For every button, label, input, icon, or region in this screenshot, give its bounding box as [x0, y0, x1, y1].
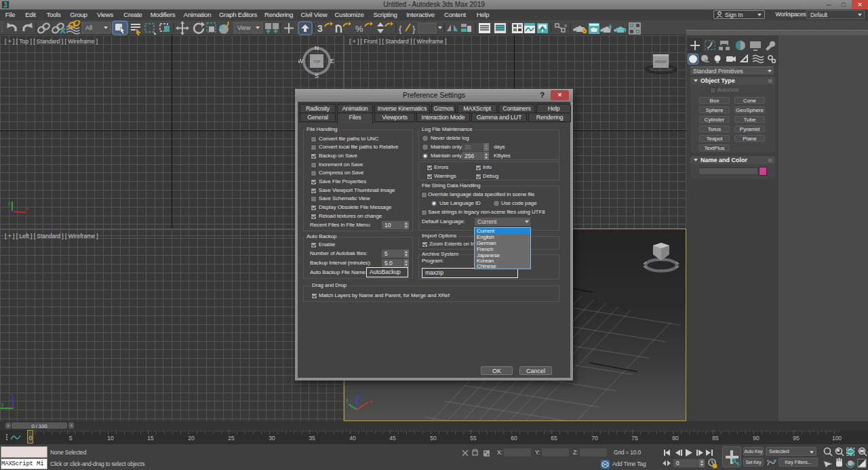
- svg-text:3: 3: [317, 23, 323, 34]
- svg-text:%: %: [355, 24, 363, 34]
- svg-text:}: }: [412, 24, 416, 34]
- svg-text:y: y: [1, 402, 4, 407]
- svg-text:x: x: [26, 206, 28, 211]
- svg-text:N: N: [315, 45, 319, 52]
- svg-text:S: S: [315, 73, 319, 79]
- svg-text:All: All: [85, 24, 92, 31]
- svg-text:W: W: [298, 58, 304, 64]
- svg-text:z: z: [11, 391, 14, 396]
- svg-text:{: {: [399, 24, 402, 34]
- svg-text:E: E: [330, 58, 334, 64]
- svg-text:View: View: [237, 24, 251, 31]
- svg-text:x: x: [564, 22, 567, 28]
- svg-text:z: z: [358, 393, 361, 399]
- svg-text:x: x: [370, 398, 372, 404]
- svg-text:y: y: [8, 201, 11, 206]
- svg-text:y: y: [346, 397, 349, 403]
- svg-text:TOP: TOP: [313, 60, 321, 64]
- svg-text:FRONT: FRONT: [655, 60, 667, 64]
